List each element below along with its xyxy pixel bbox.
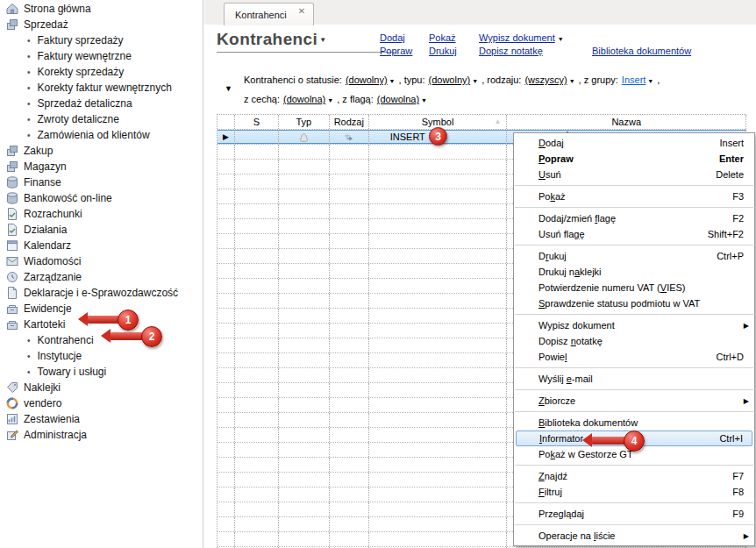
toolbar-link-wypisz-dokument[interactable]: Wypisz dokument▼ <box>479 32 592 45</box>
filter-dropdown-insert[interactable]: Insert▼ <box>622 75 653 85</box>
sidebar-item-towary-i-uslugi[interactable]: •Towary i usługi <box>0 364 203 380</box>
menu-item-usun[interactable]: UsuńDelete <box>514 167 754 182</box>
menu-separator <box>515 389 753 390</box>
toolbar-link-dodaj[interactable]: Dodaj <box>380 32 429 45</box>
menu-item-label: Operacje na liście <box>538 530 615 541</box>
column-header-typ[interactable]: Typ <box>279 115 330 129</box>
sidebar-item-kontrahenci[interactable]: •Kontrahenci <box>0 332 203 348</box>
sidebar-item-vendero[interactable]: vendero <box>0 395 203 411</box>
empty-cell <box>330 249 369 263</box>
filter-label: , typu: <box>399 75 425 85</box>
sidebar-item-sprzedaz[interactable]: Sprzedaż <box>0 17 203 32</box>
menu-item-label: Drukuj <box>538 251 567 261</box>
sidebar-item-strona-glowna[interactable]: Strona główna <box>0 1 203 17</box>
filter-label: z cechą: <box>244 94 280 104</box>
sidebar-item-kalendarz[interactable]: Kalendarz <box>0 238 203 253</box>
menu-item-potwierdzenie-numeru-vat-vies[interactable]: Potwierdzenie numeru VAT (VIES) <box>514 280 754 295</box>
menu-item-zbiorcze[interactable]: Zbiorcze▶ <box>514 393 754 409</box>
toolbar-link-popraw[interactable]: Popraw <box>380 45 429 58</box>
close-icon[interactable]: ✕ <box>298 6 305 16</box>
sidebar-item-magazyn[interactable]: Magazyn <box>0 159 203 174</box>
sidebar-item-naklejki[interactable]: Naklejki <box>0 380 203 395</box>
menu-item-wypisz-dokument[interactable]: Wypisz dokument▶ <box>514 317 754 333</box>
filter-dropdown-dowolna[interactable]: (dowolna)▼ <box>377 94 427 104</box>
column-header-s[interactable]: S <box>235 115 279 129</box>
menu-item-wyslij-e-mail[interactable]: Wyślij e-mail <box>514 371 754 387</box>
empty-cell <box>369 160 508 174</box>
toolbar-spacer <box>592 32 691 45</box>
empty-cell <box>279 294 330 308</box>
empty-cell <box>369 488 508 502</box>
empty-cell <box>218 264 235 278</box>
menu-item-pokaz[interactable]: PokażF3 <box>514 189 754 204</box>
sidebar-item-finanse[interactable]: Finanse <box>0 174 203 190</box>
page-title[interactable]: Kontrahenci▼ <box>217 30 396 53</box>
sidebar-item-label: Rozrachunki <box>24 208 82 220</box>
sidebar-item-administracja[interactable]: Administracja <box>0 427 203 443</box>
sidebar-item-korekty-faktur-wewnetrznych[interactable]: •Korekty faktur wewnętrznych <box>0 80 203 96</box>
empty-cell <box>218 249 235 263</box>
toolbar-link-drukuj[interactable]: Drukuj <box>429 45 479 58</box>
column-header-marker[interactable] <box>218 115 235 129</box>
sidebar-item-deklaracje-i-e-sprawozdawczosc[interactable]: Deklaracje i e-Sprawozdawczość <box>0 285 203 301</box>
column-header-nazwa[interactable]: Nazwa <box>507 115 746 129</box>
toolbar-link-pokaz[interactable]: Pokaż <box>429 32 479 45</box>
menu-item-powiel[interactable]: PowielCtrl+D <box>514 349 754 365</box>
filter-dropdown-dowolny[interactable]: (dowolny)▼ <box>429 75 479 85</box>
column-header-rodzaj[interactable]: Rodzaj <box>330 115 369 129</box>
menu-item-dodaj[interactable]: DodajInsert <box>514 135 754 151</box>
toolbar-link-biblioteka-dokumentow[interactable]: Biblioteka dokumentów <box>592 45 691 58</box>
empty-cell <box>330 413 369 427</box>
sidebar-item-zakup[interactable]: Zakup <box>0 143 203 159</box>
toolbar-link-dopisz-notatke[interactable]: Dopisz notatkę <box>479 45 592 58</box>
empty-cell <box>330 294 369 308</box>
contractor-type-icon <box>297 131 310 144</box>
tab-kontrahenci[interactable]: Kontrahenci ✕ <box>224 3 314 25</box>
sidebar-item-dzialania[interactable]: Działania <box>0 222 203 238</box>
sidebar-item-label: Zarządzanie <box>24 271 82 283</box>
menu-item-informator[interactable]: InformatorCtrl+I <box>516 431 752 446</box>
empty-cell <box>218 458 235 472</box>
sidebar-item-zwroty-detaliczne[interactable]: •Zwroty detaliczne <box>0 111 203 127</box>
menu-item-operacje-na-liscie[interactable]: Operacje na liście▶ <box>514 528 754 544</box>
sidebar-item-label: Faktury wewnętrzne <box>38 50 132 62</box>
sidebar-item-zamowienia-od-klientow[interactable]: •Zamówienia od klientów <box>0 127 203 143</box>
sidebar-item-label: Towary i usługi <box>38 366 107 378</box>
sidebar-item-label: Kalendarz <box>24 239 71 252</box>
sidebar-item-korekty-sprzedazy[interactable]: •Korekty sprzedaży <box>0 64 203 80</box>
menu-item-znajdz[interactable]: ZnajdźF7 <box>514 468 754 484</box>
menu-item-drukuj-naklejki[interactable]: Drukuj naklejki <box>514 264 754 280</box>
menu-item-usun-flage[interactable]: Usuń flagęShift+F2 <box>514 226 754 242</box>
labels-icon <box>5 381 19 395</box>
empty-cell <box>330 264 369 278</box>
menu-item-sprawdzenie-statusu-podmiotu-w-vat[interactable]: Sprawdzenie statusu podmiotu w VAT <box>514 295 754 311</box>
filter-dropdown-wszyscy[interactable]: (wszyscy)▼ <box>524 75 574 85</box>
menu-item-dodaj-zmien-flage[interactable]: Dodaj/zmień flagęF2 <box>514 210 754 226</box>
sidebar-item-instytucje[interactable]: •Instytucje <box>0 348 203 364</box>
empty-cell <box>218 502 235 516</box>
sidebar-item-wiadomosci[interactable]: Wiadomości <box>0 253 203 269</box>
empty-cell <box>279 473 330 487</box>
sidebar-item-rozrachunki[interactable]: Rozrachunki <box>0 206 203 222</box>
filter-toggle-icon[interactable]: ▼ <box>225 84 232 93</box>
menu-item-przegladaj[interactable]: PrzeglądajF9 <box>514 506 754 522</box>
sidebar-item-zestawienia[interactable]: Zestawienia <box>0 411 203 427</box>
sidebar-item-faktury-wewnetrzne[interactable]: •Faktury wewnętrzne <box>0 48 203 64</box>
menu-item-filtruj[interactable]: FiltrujF8 <box>514 484 754 500</box>
sidebar-item-bankowosc-on-line[interactable]: Bankowość on-line <box>0 190 203 206</box>
sidebar-item-faktury-sprzedazy[interactable]: •Faktury sprzedaży <box>0 32 203 48</box>
filter-dropdown-dowolna[interactable]: (dowolna)▼ <box>283 94 333 104</box>
menu-item-pokaz-w-gestorze-gt[interactable]: Pokaż w Gestorze GT <box>514 446 754 462</box>
sidebar-item-ewidencje[interactable]: Ewidencje <box>0 301 203 317</box>
menu-item-popraw[interactable]: PoprawEnter <box>514 151 754 167</box>
chevron-down-icon: ▼ <box>421 97 427 103</box>
sidebar-item-sprzedaz-detaliczna[interactable]: •Sprzedaż detaliczna <box>0 96 203 111</box>
sidebar-item-zarzadzanie[interactable]: Zarządzanie <box>0 269 203 285</box>
menu-item-shortcut: F2 <box>732 213 744 224</box>
menu-item-biblioteka-dokumentow[interactable]: Biblioteka dokumentów <box>514 415 754 431</box>
menu-item-drukuj[interactable]: DrukujCtrl+P <box>514 248 754 264</box>
menu-item-dopisz-notatke[interactable]: Dopisz notatkę <box>514 333 754 349</box>
sidebar-item-kartoteki[interactable]: Kartoteki <box>0 317 203 332</box>
column-header-symbol[interactable]: Symbol▲ <box>369 115 508 129</box>
filter-dropdown-dowolny[interactable]: (dowolny)▼ <box>346 75 396 85</box>
